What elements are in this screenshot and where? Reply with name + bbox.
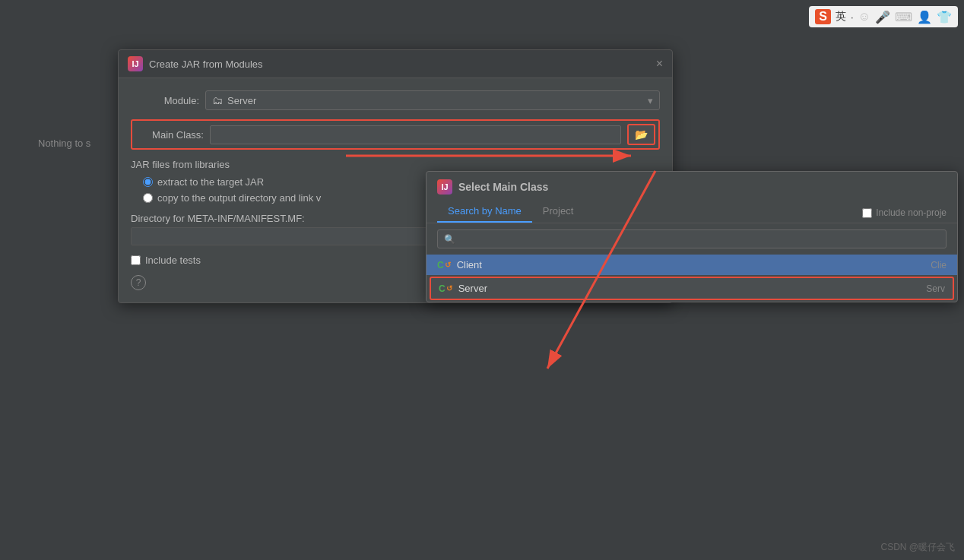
include-tests-checkbox[interactable] [131, 255, 141, 265]
client-name: Client [457, 259, 925, 271]
result-item-server[interactable]: C↺ Server Serv [430, 277, 954, 300]
dialog-title-text: Create JAR from Modules [149, 59, 263, 70]
main-class-row: Main Class: 📂 [131, 119, 660, 150]
dot-separator: · [851, 11, 854, 23]
radio-copy-input[interactable] [143, 193, 153, 203]
radio-extract-input[interactable] [143, 177, 153, 187]
select-dialog-title: IJ Select Main Class [427, 172, 957, 195]
results-list: C↺ Client Clie C↺ Server Serv [427, 255, 957, 300]
sidebar-nothing-label: Nothing to s [38, 138, 90, 149]
folder-open-icon: 📂 [635, 128, 648, 141]
top-toolbar: S 英 · ☺ 🎤 ⌨ 👤 👕 [809, 6, 958, 27]
tabs-left: Search by Name Project [437, 201, 584, 223]
include-tests-label: Include tests [145, 255, 201, 266]
module-value: Server [227, 95, 643, 106]
jar-files-heading: JAR files from libraries [131, 159, 660, 170]
result-item-client[interactable]: C↺ Client Clie [427, 255, 957, 275]
include-non-project-checkbox[interactable] [862, 208, 872, 218]
server-path: Serv [926, 283, 945, 294]
dialog-title-bar: IJ Create JAR from Modules × [119, 50, 672, 78]
radio-copy-label: copy to the output directory and link v [157, 192, 321, 204]
client-class-icon: C↺ [437, 260, 451, 271]
chinese-icon[interactable]: 英 [836, 10, 846, 24]
radio-extract-label: extract to the target JAR [157, 176, 264, 188]
select-main-class-dialog: IJ Select Main Class Search by Name Proj… [426, 171, 958, 302]
search-icon: 🔍 [444, 234, 455, 245]
dialog-intellij-icon: IJ [128, 56, 143, 71]
keyboard-icon[interactable]: ⌨ [895, 10, 912, 24]
search-input[interactable] [460, 233, 940, 245]
browse-button[interactable]: 📂 [627, 124, 655, 145]
close-button[interactable]: × [656, 58, 663, 70]
select-dialog-title-text: Select Main Class [458, 181, 548, 193]
search-box-row: 🔍 [427, 223, 957, 255]
tab-project[interactable]: Project [532, 201, 584, 223]
bottom-watermark: CSDN @暖仔会飞 [880, 541, 955, 554]
module-dropdown[interactable]: 🗂 Server ▾ [205, 90, 660, 110]
module-folder-icon: 🗂 [212, 94, 223, 106]
tabs-bar: Search by Name Project Include non-proje [427, 201, 957, 223]
main-class-label: Main Class: [135, 129, 204, 141]
module-row: Module: 🗂 Server ▾ [131, 90, 660, 110]
emoji-icon[interactable]: ☺ [858, 10, 870, 24]
select-dialog-icon: IJ [437, 179, 452, 195]
mic-icon[interactable]: 🎤 [875, 10, 890, 24]
module-label: Module: [131, 95, 199, 106]
help-icon[interactable]: ? [131, 275, 146, 290]
main-class-input[interactable] [210, 125, 621, 144]
server-name: Server [458, 283, 921, 294]
client-path: Clie [931, 260, 947, 271]
include-non-project-label: Include non-proje [876, 207, 947, 218]
dialog-title-left: IJ Create JAR from Modules [128, 56, 263, 71]
tab-search-by-name[interactable]: Search by Name [437, 201, 532, 223]
dropdown-arrow-icon: ▾ [648, 95, 653, 106]
server-class-icon: C↺ [439, 283, 452, 294]
s-icon[interactable]: S [815, 9, 831, 24]
user-icon[interactable]: 👤 [917, 10, 932, 24]
shirt-icon[interactable]: 👕 [937, 10, 952, 24]
include-non-project-row: Include non-proje [862, 207, 947, 223]
search-box: 🔍 [437, 229, 947, 248]
